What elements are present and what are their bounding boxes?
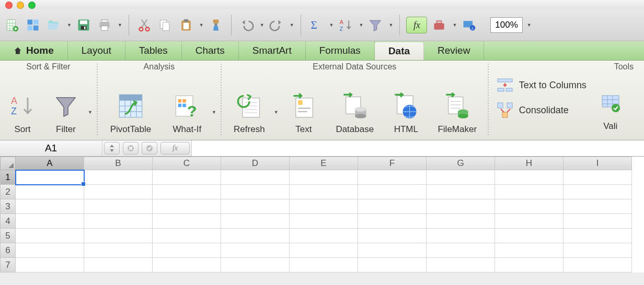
- cell-F2[interactable]: [358, 185, 427, 199]
- cell-F3[interactable]: [358, 199, 427, 214]
- cell-A5[interactable]: [16, 229, 84, 243]
- enter-formula-button[interactable]: [142, 142, 157, 155]
- cell-A1[interactable]: [16, 170, 84, 185]
- cell-G3[interactable]: [427, 199, 495, 214]
- cell-I4[interactable]: [564, 214, 632, 229]
- cell-G4[interactable]: [427, 214, 495, 229]
- open-button[interactable]: [45, 16, 63, 34]
- cancel-formula-button[interactable]: [123, 142, 139, 155]
- row-header-5[interactable]: 5: [0, 229, 16, 243]
- sort-dropdown[interactable]: ▼: [359, 22, 364, 28]
- toolbox-dropdown[interactable]: ▼: [452, 22, 457, 28]
- cell-E3[interactable]: [290, 199, 358, 214]
- cell-H1[interactable]: [495, 170, 564, 185]
- cell-C7[interactable]: [153, 258, 221, 272]
- cell-D7[interactable]: [221, 258, 290, 272]
- cell-D1[interactable]: [221, 170, 290, 185]
- paste-button[interactable]: [177, 16, 195, 34]
- cell-F5[interactable]: [358, 229, 427, 243]
- cell-G7[interactable]: [427, 258, 495, 272]
- tab-layout[interactable]: Layout: [68, 41, 125, 60]
- import-text-button[interactable]: Text: [283, 72, 325, 137]
- cell-B3[interactable]: [84, 199, 153, 214]
- sort-button[interactable]: AZ Sort: [4, 72, 41, 137]
- filter-dropdown[interactable]: ▼: [388, 22, 393, 28]
- cell-I5[interactable]: [564, 229, 632, 243]
- cell-F7[interactable]: [358, 258, 427, 272]
- formula-input[interactable]: [191, 140, 644, 156]
- cell-H6[interactable]: [495, 243, 564, 258]
- row-header-4[interactable]: 4: [0, 214, 16, 229]
- format-painter-button[interactable]: [207, 16, 225, 34]
- redo-dropdown[interactable]: ▼: [290, 22, 294, 28]
- cell-B6[interactable]: [84, 243, 153, 258]
- row-header-1[interactable]: 1: [0, 170, 16, 185]
- validate-button[interactable]: Vali: [600, 74, 621, 134]
- save-button[interactable]: [75, 16, 93, 34]
- filter-button-dropdown[interactable]: ▼: [88, 110, 93, 115]
- column-header-B[interactable]: B: [84, 157, 153, 170]
- cell-D2[interactable]: [221, 185, 290, 199]
- filter-toolbar-button[interactable]: [366, 16, 384, 34]
- sort-az-button[interactable]: AZ: [337, 16, 355, 34]
- text-to-columns-button[interactable]: Text to Columns: [493, 74, 590, 96]
- window-close-button[interactable]: [5, 2, 13, 9]
- insert-function-button[interactable]: fx: [160, 142, 190, 155]
- cell-E2[interactable]: [290, 185, 358, 199]
- cell-B7[interactable]: [84, 258, 153, 272]
- tab-data[interactable]: Data: [375, 42, 424, 60]
- import-database-button[interactable]: Database: [329, 72, 381, 137]
- cell-A4[interactable]: [16, 214, 84, 229]
- pivottable-button[interactable]: PivotTable: [102, 72, 159, 137]
- select-all-corner[interactable]: [0, 157, 16, 170]
- cell-C6[interactable]: [153, 243, 221, 258]
- show-formula-builder-button[interactable]: fx: [406, 17, 427, 33]
- name-box[interactable]: A1: [0, 140, 102, 156]
- column-header-C[interactable]: C: [153, 157, 221, 170]
- media-browser-button[interactable]: ♪: [460, 16, 478, 34]
- cell-B1[interactable]: [84, 170, 153, 185]
- cell-C3[interactable]: [153, 199, 221, 214]
- tab-home[interactable]: Home: [0, 41, 68, 60]
- cell-C4[interactable]: [153, 214, 221, 229]
- row-header-7[interactable]: 7: [0, 258, 16, 272]
- cell-E4[interactable]: [290, 214, 358, 229]
- tab-formulas[interactable]: Formulas: [306, 41, 375, 60]
- new-workbook-button[interactable]: [3, 16, 21, 34]
- cell-I1[interactable]: [564, 170, 632, 185]
- cell-D6[interactable]: [221, 243, 290, 258]
- whatif-button[interactable]: ? What-If: [164, 72, 211, 137]
- tab-review[interactable]: Review: [424, 41, 484, 60]
- print-dropdown[interactable]: ▼: [118, 22, 122, 28]
- cell-A6[interactable]: [16, 243, 84, 258]
- cell-C5[interactable]: [153, 229, 221, 243]
- print-button[interactable]: [96, 16, 113, 34]
- cell-B5[interactable]: [84, 229, 153, 243]
- import-filemaker-button[interactable]: FileMaker: [431, 72, 484, 137]
- copy-button[interactable]: [156, 16, 174, 34]
- toolbox-button[interactable]: [430, 16, 448, 34]
- tab-smartart[interactable]: SmartArt: [239, 41, 306, 60]
- cell-G6[interactable]: [427, 243, 495, 258]
- paste-dropdown[interactable]: ▼: [199, 22, 204, 28]
- cell-E7[interactable]: [290, 258, 358, 272]
- column-header-G[interactable]: G: [427, 157, 495, 170]
- cell-E1[interactable]: [290, 170, 358, 185]
- consolidate-button[interactable]: Consolidate: [493, 99, 590, 121]
- cell-I2[interactable]: [564, 185, 632, 199]
- cell-E6[interactable]: [290, 243, 358, 258]
- column-header-E[interactable]: E: [290, 157, 358, 170]
- cell-A2[interactable]: [16, 185, 84, 199]
- undo-button[interactable]: [238, 16, 256, 34]
- undo-dropdown[interactable]: ▼: [260, 22, 264, 28]
- cell-H3[interactable]: [495, 199, 564, 214]
- filter-button[interactable]: Filter: [45, 72, 87, 137]
- cell-H4[interactable]: [495, 214, 564, 229]
- cell-E5[interactable]: [290, 229, 358, 243]
- cell-I3[interactable]: [564, 199, 632, 214]
- window-minimize-button[interactable]: [17, 2, 24, 9]
- row-header-6[interactable]: 6: [0, 243, 16, 258]
- zoom-box[interactable]: 100%: [490, 17, 522, 33]
- cut-button[interactable]: [135, 16, 153, 34]
- cell-G5[interactable]: [427, 229, 495, 243]
